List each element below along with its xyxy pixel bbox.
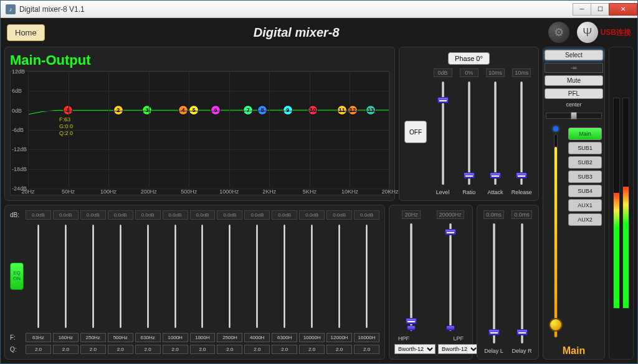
- comp-val: 10ms: [512, 68, 531, 77]
- delay-l-slider[interactable]: 0.0ms Delay L: [482, 210, 505, 354]
- band-slider-10[interactable]: [299, 222, 325, 330]
- band-q-12[interactable]: 2.0: [354, 345, 379, 354]
- band-q-7[interactable]: 2.0: [217, 345, 242, 354]
- delay-l-value: 0.0ms: [483, 210, 504, 219]
- band-slider-7[interactable]: [217, 222, 242, 330]
- band-q-3[interactable]: 2.0: [108, 345, 133, 354]
- bus-button-aux1[interactable]: AUX1: [568, 199, 602, 212]
- select-button[interactable]: Select: [545, 50, 603, 60]
- band-f-12[interactable]: 16000H: [354, 333, 379, 342]
- comp-lab: Level: [436, 189, 450, 195]
- band-q-4[interactable]: 2.0: [135, 345, 161, 354]
- main-fader[interactable]: [546, 126, 566, 338]
- band-f-5[interactable]: 1000H: [163, 333, 188, 342]
- band-db-9[interactable]: 0.0dB: [272, 210, 297, 220]
- eq-on-button[interactable]: EQ ON: [10, 263, 24, 290]
- bus-button-sub1[interactable]: SUB1: [568, 142, 602, 154]
- hpf-slider[interactable]: 20Hz: [394, 210, 429, 334]
- phase-button[interactable]: Phase 0°: [448, 52, 490, 65]
- band-f-6[interactable]: 1800H: [190, 333, 216, 342]
- band-q-10[interactable]: 2.0: [299, 345, 325, 354]
- comp-lab: Ratio: [462, 189, 475, 195]
- pan-slider[interactable]: [546, 113, 602, 119]
- bus-button-main[interactable]: Main: [568, 128, 602, 140]
- delay-l-label: Delay L: [484, 348, 503, 354]
- delay-r-slider[interactable]: 0.0ms Delay R: [510, 210, 533, 354]
- band-db-6[interactable]: 0.0dB: [190, 210, 216, 220]
- band-slider-4[interactable]: [135, 222, 161, 330]
- band-db-2[interactable]: 0.0dB: [80, 210, 106, 220]
- band-slider-12[interactable]: [354, 222, 379, 330]
- bus-button-sub2[interactable]: SUB2: [568, 156, 602, 169]
- band-f-2[interactable]: 250Hz: [80, 333, 106, 342]
- band-q-0[interactable]: 2.0: [26, 345, 51, 354]
- x-tick: 5KHz: [303, 189, 317, 195]
- comp-release-slider[interactable]: 10msRelease: [510, 68, 533, 195]
- band-slider-9[interactable]: [272, 222, 297, 330]
- compressor-off-button[interactable]: OFF: [404, 121, 427, 143]
- band-q-9[interactable]: 2.0: [272, 345, 297, 354]
- bus-button-sub4[interactable]: SUB4: [568, 185, 602, 197]
- band-slider-5[interactable]: [163, 222, 188, 330]
- band-db-0[interactable]: 0.0dB: [26, 210, 51, 220]
- comp-level-slider[interactable]: 0dBLevel: [431, 68, 454, 195]
- band-f-7[interactable]: 2500H: [217, 333, 242, 342]
- home-button[interactable]: Home: [7, 24, 45, 41]
- band-slider-3[interactable]: [108, 222, 133, 330]
- band-slider-8[interactable]: [244, 222, 270, 330]
- lpf-type-select[interactable]: Bworth-12: [438, 344, 479, 354]
- band-db-7[interactable]: 0.0dB: [217, 210, 242, 220]
- band-db-11[interactable]: 0.0dB: [326, 210, 352, 220]
- x-tick: 50Hz: [62, 189, 75, 195]
- app-title: Digital mixer-8: [45, 26, 548, 40]
- delay-r-value: 0.0ms: [512, 210, 532, 219]
- band-q-8[interactable]: 2.0: [244, 345, 270, 354]
- maximize-button[interactable]: ☐: [591, 3, 609, 16]
- comp-attack-slider[interactable]: 10msAttack: [484, 68, 507, 195]
- band-f-1[interactable]: 160Hz: [53, 333, 79, 342]
- y-tick: -12dB: [12, 146, 27, 152]
- band-slider-11[interactable]: [326, 222, 352, 330]
- band-q-1[interactable]: 2.0: [53, 345, 79, 354]
- band-slider-6[interactable]: [190, 222, 216, 330]
- comp-ratio-slider[interactable]: 0%Ratio: [457, 68, 480, 195]
- band-f-11[interactable]: 12000H: [326, 333, 352, 342]
- band-db-8[interactable]: 0.0dB: [244, 210, 270, 220]
- band-f-4[interactable]: 630Hz: [135, 333, 161, 342]
- x-tick: 20KHz: [381, 189, 398, 195]
- hpf-type-select[interactable]: Bworth-12: [394, 344, 436, 354]
- eq-graph[interactable]: F:63 G:0.0 Q:2.0 12345678910111213 12dB6…: [10, 71, 389, 195]
- mute-button[interactable]: Mute: [545, 75, 603, 86]
- band-slider-2[interactable]: [80, 222, 106, 330]
- settings-button[interactable]: ⚙: [548, 22, 569, 43]
- band-db-1[interactable]: 0.0dB: [53, 210, 79, 220]
- pfl-button[interactable]: PFL: [545, 88, 603, 99]
- channel-strip: Select -∞ Mute PFL center MainSUB1SUB2SU…: [543, 47, 605, 360]
- lpf-slider[interactable]: 20000Hz: [434, 210, 468, 334]
- band-q-11[interactable]: 2.0: [326, 345, 352, 354]
- x-tick: 100Hz: [100, 189, 117, 195]
- bus-button-sub3[interactable]: SUB3: [568, 170, 602, 183]
- comp-lab: Release: [512, 189, 532, 195]
- band-db-10[interactable]: 0.0dB: [299, 210, 325, 220]
- band-f-8[interactable]: 4000H: [244, 333, 270, 342]
- close-button[interactable]: ✕: [609, 3, 637, 16]
- band-db-4[interactable]: 0.0dB: [135, 210, 161, 220]
- band-f-3[interactable]: 500Hz: [108, 333, 133, 342]
- band-q-6[interactable]: 2.0: [190, 345, 216, 354]
- output-meters: [609, 47, 634, 360]
- band-f-10[interactable]: 10000H: [299, 333, 325, 342]
- x-tick: 2KHz: [262, 189, 276, 195]
- minimize-button[interactable]: ─: [573, 3, 591, 16]
- band-db-5[interactable]: 0.0dB: [163, 210, 188, 220]
- bus-button-aux2[interactable]: AUX2: [568, 213, 602, 226]
- y-tick: 0dB: [12, 108, 22, 114]
- band-db-3[interactable]: 0.0dB: [108, 210, 133, 220]
- band-slider-1[interactable]: [53, 222, 79, 330]
- band-slider-0[interactable]: [26, 222, 51, 330]
- band-f-0[interactable]: 63Hz: [26, 333, 51, 342]
- band-q-2[interactable]: 2.0: [80, 345, 106, 354]
- band-q-5[interactable]: 2.0: [163, 345, 188, 354]
- band-db-12[interactable]: 0.0dB: [354, 210, 379, 220]
- band-f-9[interactable]: 6300H: [272, 333, 297, 342]
